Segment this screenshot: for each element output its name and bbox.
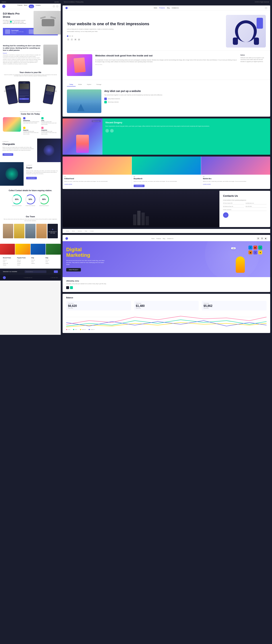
digital-nav-contacts[interactable]: Contacts Us bbox=[167, 238, 173, 239]
job-reporter: Reporter Providing reporting skills prof… bbox=[23, 127, 40, 135]
hero-dot-3[interactable] bbox=[72, 35, 73, 37]
footer-link-4-3[interactable]: Adipisci bbox=[46, 263, 58, 264]
job-title-statistician: Statistician bbox=[23, 120, 40, 121]
contact-field-address1: 30 Dover Islands SW bbox=[223, 202, 244, 204]
bottom-copyright: © user@email.com bbox=[24, 277, 32, 278]
legend-label-1: 47% bbox=[68, 329, 70, 330]
footer-link-3-2[interactable]: Amet bbox=[31, 261, 44, 262]
contacts-nav-services[interactable]: Services bbox=[78, 230, 82, 232]
digital-action-1[interactable]: ⊞ bbox=[257, 237, 260, 240]
right-hero-title: Your website is one of the first impress… bbox=[67, 22, 222, 26]
social-twitter[interactable]: t bbox=[70, 38, 73, 41]
contacts-send-button[interactable]: → bbox=[223, 212, 228, 218]
footer-link-4-2[interactable]: Amet bbox=[46, 261, 58, 262]
color-swatch-dark bbox=[66, 286, 69, 289]
right-nav-products[interactable]: Products bbox=[160, 7, 165, 8]
expand-button[interactable]: Expand bbox=[3, 52, 41, 54]
footer-col-popular: Popular Posts Dolor sit Proident Volupta… bbox=[17, 257, 30, 266]
digital-action-3[interactable]: ▶ bbox=[264, 237, 267, 240]
idiot-feature-text-2: Becoming a decision bbox=[108, 102, 119, 103]
digital-nav-products[interactable]: Products bbox=[156, 238, 161, 239]
social-facebook[interactable]: f bbox=[67, 38, 70, 41]
contacts-nav-home[interactable]: Home bbox=[66, 230, 69, 232]
vincent-prev[interactable]: ‹ bbox=[105, 129, 109, 132]
mountain-illustration bbox=[67, 90, 101, 113]
join-team-cta[interactable]: + BECOME PART OF OUR TEAM bbox=[48, 224, 58, 238]
feature-changeable-desc: Before you start your project takes your… bbox=[2, 146, 35, 151]
right-article-aside: Notice Defensive area rather you try to … bbox=[240, 54, 266, 76]
left-feature-super: Summary Super Before you start, create b… bbox=[0, 162, 61, 186]
vincent-next[interactable]: › bbox=[110, 129, 114, 132]
left-nav-logo[interactable] bbox=[2, 5, 6, 8]
card-learn-1[interactable]: LEARN MORE bbox=[62, 184, 132, 187]
footer-col-recent: Recent Posts Dolor sit Amet Adipisci eli… bbox=[3, 257, 15, 266]
nav-profile-icon[interactable] bbox=[52, 5, 55, 8]
footer-link-1-4[interactable]: Tempor bbox=[3, 264, 15, 266]
job-desc-carpenter: Providing carpentry skills professionall… bbox=[41, 131, 58, 135]
footer-link-1-1[interactable]: Dolor sit bbox=[3, 260, 15, 260]
footer-link-2-3[interactable]: Voluptat bbox=[17, 263, 30, 264]
legend-item-2: 41% bbox=[73, 329, 77, 330]
nav-cart-icon[interactable] bbox=[56, 5, 58, 8]
footer-link-4-1[interactable]: Dolor sit bbox=[46, 260, 58, 260]
chart-legend: 47% 41% Series 3 Series 4 bbox=[66, 329, 266, 330]
right-nav-blog[interactable]: Blog bbox=[167, 7, 170, 8]
phones-next[interactable]: › bbox=[55, 90, 57, 92]
left-hero-desc: DJI's Mavic 2 Pro drone commands a power… bbox=[3, 20, 26, 24]
digital-nav-blog[interactable]: Blog bbox=[163, 238, 165, 239]
team-photos: + BECOME PART OF OUR TEAM bbox=[3, 224, 58, 238]
feature-changeable-btn[interactable]: YOUR PROJECT bbox=[2, 153, 13, 156]
hero-dot-1[interactable] bbox=[67, 35, 68, 37]
right-nav-contacts[interactable]: Contacts Us bbox=[172, 7, 178, 8]
newsletter-input[interactable] bbox=[25, 270, 46, 273]
tab-explore[interactable]: Explore bbox=[84, 83, 94, 86]
nav-about[interactable]: About bbox=[24, 4, 27, 8]
digi-icon-youtube: ▶ bbox=[253, 246, 257, 250]
tab-today[interactable]: Today bbox=[67, 83, 76, 86]
footer-link-3-1[interactable]: Dolor sit bbox=[31, 260, 44, 260]
card-img-2 bbox=[132, 156, 201, 175]
right-nav-search[interactable] bbox=[265, 7, 267, 9]
footer-link-1-2[interactable]: Amet bbox=[3, 261, 15, 262]
left-bottom-bar: © user@email.com +1 300 300 3300 bbox=[0, 275, 61, 280]
footer-link-3-3[interactable]: Adipisci bbox=[31, 263, 44, 264]
balance-amount-1: $6,620 bbox=[68, 304, 129, 308]
digital-nav-home[interactable]: Home bbox=[152, 238, 154, 239]
footer-col-help1: Help Dolor sit Amet Adipisci bbox=[31, 257, 44, 266]
digital-action-2[interactable]: ☰ bbox=[260, 237, 264, 240]
footer-link-1-3[interactable]: Adipisci elit bbox=[3, 263, 15, 264]
tab-middle[interactable]: Middle bbox=[76, 83, 84, 86]
contacts-background bbox=[62, 191, 220, 227]
right-topbar: Terms & Conditions / Privacy policy COVI… bbox=[61, 0, 272, 4]
figure-1 bbox=[133, 214, 136, 225]
job-icon-carpenter bbox=[41, 127, 44, 129]
digital-view-project-btn[interactable]: VIEW PROJECT bbox=[66, 268, 81, 272]
footer-link-2-4[interactable]: Sunt in bbox=[17, 264, 30, 266]
newsletter-submit[interactable]: → bbox=[54, 270, 58, 273]
left-team: Our Team We love what we do and we love … bbox=[0, 212, 61, 244]
feature-super-btn[interactable]: YOUR PROJECT bbox=[26, 177, 37, 179]
vincent-body: Never explanations should bring pain let… bbox=[105, 125, 267, 127]
nav-contacts[interactable]: Contacts bbox=[36, 4, 40, 8]
contacts-nav-contact[interactable]: Contact bbox=[90, 230, 94, 232]
hero-dot-2[interactable] bbox=[69, 35, 71, 37]
footer-link-2-1[interactable]: Dolor sit bbox=[17, 260, 30, 260]
right-nav-home[interactable]: Home bbox=[154, 7, 157, 8]
card-learn-btn-2[interactable]: LEARN MORE bbox=[134, 184, 144, 187]
social-pinterest[interactable]: p bbox=[78, 38, 80, 41]
contacts-nav-about[interactable]: About bbox=[72, 230, 75, 232]
card-learn-3[interactable]: LEARN MORE bbox=[201, 184, 270, 187]
social-instagram[interactable]: in bbox=[74, 38, 77, 41]
legend-item-3: Series 3 bbox=[80, 329, 86, 330]
nav-blog-active[interactable]: Blog bbox=[30, 6, 33, 8]
hero-accent-dot bbox=[10, 21, 12, 23]
job-desc-statistician: Providing statistics professionally for … bbox=[23, 121, 40, 124]
contacts-nav-help[interactable]: Help bbox=[85, 230, 87, 232]
nav-products[interactable]: Products bbox=[18, 4, 22, 8]
tab-passage[interactable]: Passage bbox=[94, 83, 104, 86]
idiot-feature-icon-1 bbox=[104, 98, 107, 100]
left-hero-drone-image bbox=[34, 11, 61, 34]
card-marketbru: 03 Market Bru Before you start, create b… bbox=[201, 156, 270, 189]
vincent-nav: ‹ › bbox=[105, 129, 267, 132]
footer-link-2-2[interactable]: Proident bbox=[17, 261, 30, 262]
